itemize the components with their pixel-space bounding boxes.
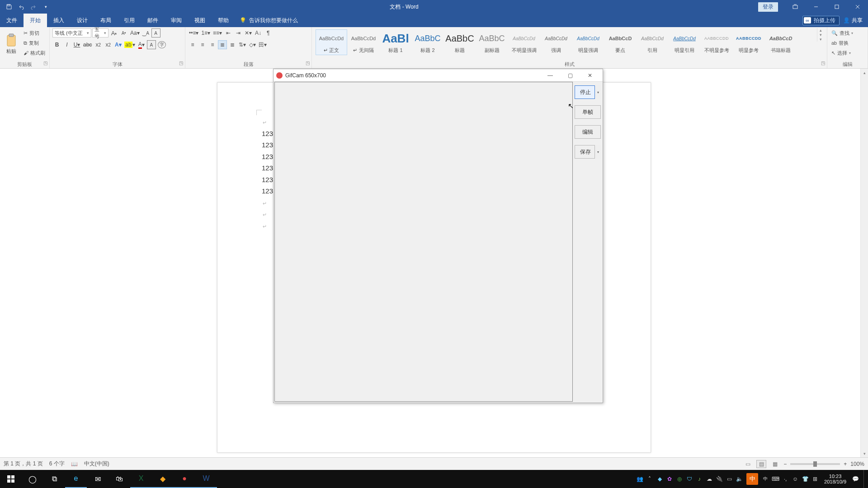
spellcheck-icon[interactable]: 📖 — [71, 461, 78, 467]
taskbar-excel[interactable]: X — [130, 470, 152, 488]
tray-security-icon[interactable]: 🛡 — [685, 470, 694, 488]
tray-punct-icon[interactable]: ·, — [781, 470, 790, 488]
web-layout-icon[interactable]: ▦ — [770, 460, 780, 468]
close-icon[interactable] — [847, 0, 868, 14]
tab-review[interactable]: 审阅 — [165, 14, 188, 27]
scroll-track[interactable] — [861, 76, 868, 450]
show-desktop-button[interactable] — [863, 470, 866, 488]
char-border-button[interactable]: A — [151, 28, 160, 38]
taskbar-app-orange[interactable]: ◆ — [152, 470, 174, 488]
sort-button[interactable]: A↓ — [254, 28, 263, 38]
cut-button[interactable]: ✂剪切 — [22, 28, 47, 38]
tray-smile-icon[interactable]: ☺ — [791, 470, 800, 488]
page-indicator[interactable]: 第 1 页，共 1 页 — [4, 460, 43, 468]
taskbar-clock[interactable]: 10:23 2018/10/9 — [821, 474, 850, 484]
font-size-combo[interactable]: 五号▾ — [92, 28, 108, 38]
share-button[interactable]: 👤 共享 — [843, 17, 863, 24]
tab-mailings[interactable]: 邮件 — [141, 14, 165, 27]
maximize-icon[interactable] — [826, 0, 847, 14]
gifcam-minimize-icon[interactable]: — — [540, 70, 560, 81]
style-item-5[interactable]: AaBbC副标题 — [476, 29, 508, 55]
gifcam-capture-area[interactable] — [274, 82, 573, 402]
strike-button[interactable]: abc — [82, 40, 93, 49]
scroll-down-icon[interactable]: ▾ — [861, 450, 868, 457]
style-item-0[interactable]: AaBbCcDd↵ 正文 — [316, 29, 347, 55]
copy-button[interactable]: ⧉复制 — [22, 38, 47, 48]
clipboard-launcher-icon[interactable]: ◳ — [43, 61, 47, 66]
style-item-14[interactable]: AaBbCcD书籍标题 — [765, 29, 797, 55]
tray-volume-icon[interactable]: 🔈 — [735, 470, 744, 488]
gifcam-frame-button[interactable]: 单帧 — [575, 105, 601, 119]
styles-gallery[interactable]: AaBbCcDd↵ 正文AaBbCcDd↵ 无间隔AaBl标题 1AaBbC标题… — [315, 28, 814, 56]
gifcam-save-button[interactable]: 保存 ▾ — [575, 145, 601, 159]
superscript-button[interactable]: x2 — [104, 40, 113, 49]
style-item-2[interactable]: AaBl标题 1 — [380, 29, 411, 55]
tray-app2-icon[interactable]: ✿ — [665, 470, 674, 488]
start-button[interactable] — [0, 470, 22, 488]
tell-me-search[interactable]: 💡 告诉我你想要做什么 — [235, 14, 302, 27]
style-item-6[interactable]: AaBbCcDd不明显强调 — [508, 29, 540, 55]
ribbon-display-options-icon[interactable] — [785, 0, 806, 14]
find-button[interactable]: 🔍查找▾ — [830, 28, 854, 38]
decrease-indent-button[interactable]: ⇤ — [224, 28, 233, 38]
borders-button[interactable]: 田▾ — [258, 40, 268, 49]
tab-references[interactable]: 引用 — [118, 14, 141, 27]
align-center-button[interactable]: ≡ — [198, 40, 207, 49]
taskbar-store[interactable]: 🛍 — [108, 470, 130, 488]
format-painter-button[interactable]: 🖌格式刷 — [22, 48, 47, 58]
login-button[interactable]: 登录 — [758, 2, 778, 12]
shrink-font-button[interactable]: A▾ — [119, 28, 128, 38]
minimize-icon[interactable] — [806, 0, 826, 14]
tab-help[interactable]: 帮助 — [212, 14, 235, 27]
font-color-button[interactable]: A▾ — [137, 40, 146, 49]
align-left-button[interactable]: ≡ — [188, 40, 197, 49]
taskbar-word[interactable]: W — [195, 470, 217, 488]
text-effects-button[interactable]: A▾ — [113, 40, 123, 49]
subscript-button[interactable]: x2 — [94, 40, 103, 49]
taskbar-edge[interactable]: e — [65, 470, 87, 488]
style-item-7[interactable]: AaBbCcDd强调 — [540, 29, 572, 55]
styles-expand[interactable]: ▾ — [817, 37, 824, 42]
style-item-13[interactable]: AABBCCDD明显参考 — [733, 29, 764, 55]
action-center-icon[interactable]: 💬 — [851, 470, 860, 488]
grow-font-button[interactable]: A▴ — [109, 28, 118, 38]
line-spacing-button[interactable]: ⇅▾ — [238, 40, 247, 49]
char-shading-button[interactable]: A — [147, 40, 156, 49]
zoom-out-button[interactable]: − — [783, 461, 787, 467]
style-item-10[interactable]: AaBbCcDd引用 — [637, 29, 668, 55]
gifcam-maximize-icon[interactable]: ▢ — [560, 70, 580, 81]
show-marks-button[interactable]: ¶ — [264, 28, 273, 38]
tray-toolbox-icon[interactable]: ⊞ — [811, 470, 820, 488]
tab-home[interactable]: 开始 — [24, 14, 47, 27]
gifcam-close-icon[interactable]: ✕ — [580, 70, 600, 81]
print-layout-icon[interactable]: ▤ — [756, 460, 766, 468]
gifcam-title-bar[interactable]: GifCam 650x700 — ▢ ✕ — [274, 69, 603, 82]
style-item-11[interactable]: AaBbCcDd明显引用 — [669, 29, 700, 55]
style-item-3[interactable]: AaBbC标题 2 — [412, 29, 443, 55]
task-view-icon[interactable]: ⧉ — [43, 470, 65, 488]
tray-app1-icon[interactable]: ◆ — [655, 470, 664, 488]
select-button[interactable]: ↖选择▾ — [830, 48, 854, 58]
tab-insert[interactable]: 插入 — [47, 14, 71, 27]
bullets-button[interactable]: ••≡▾ — [188, 28, 199, 38]
chevron-down-icon[interactable]: ▾ — [594, 85, 601, 99]
style-item-1[interactable]: AaBbCcDd↵ 无间隔 — [348, 29, 379, 55]
change-case-button[interactable]: Aa▾ — [129, 28, 141, 38]
distribute-button[interactable]: ≣ — [228, 40, 237, 49]
tray-network-icon[interactable]: ▭ — [725, 470, 734, 488]
tab-file[interactable]: 文件 — [0, 14, 24, 27]
styles-scroll-down[interactable]: ▾ — [817, 33, 824, 37]
justify-button[interactable]: ≣ — [218, 40, 227, 49]
tray-note-icon[interactable]: ♪ — [695, 470, 704, 488]
tray-skin-icon[interactable]: 👕 — [801, 470, 810, 488]
zoom-value[interactable]: 100% — [850, 461, 864, 467]
font-name-combo[interactable]: 等线 (中文正▾ — [52, 28, 91, 38]
redo-icon[interactable] — [29, 2, 38, 11]
tray-people-icon[interactable]: 👥 — [635, 470, 644, 488]
tray-ime-lang-icon[interactable]: 中 — [761, 470, 770, 488]
bold-button[interactable]: B — [52, 40, 61, 49]
gifcam-stop-button[interactable]: 停止 ▾ — [575, 85, 601, 99]
font-launcher-icon[interactable]: ◳ — [179, 61, 183, 66]
paste-button[interactable]: 粘贴 — [3, 28, 19, 60]
tab-design[interactable]: 设计 — [71, 14, 94, 27]
